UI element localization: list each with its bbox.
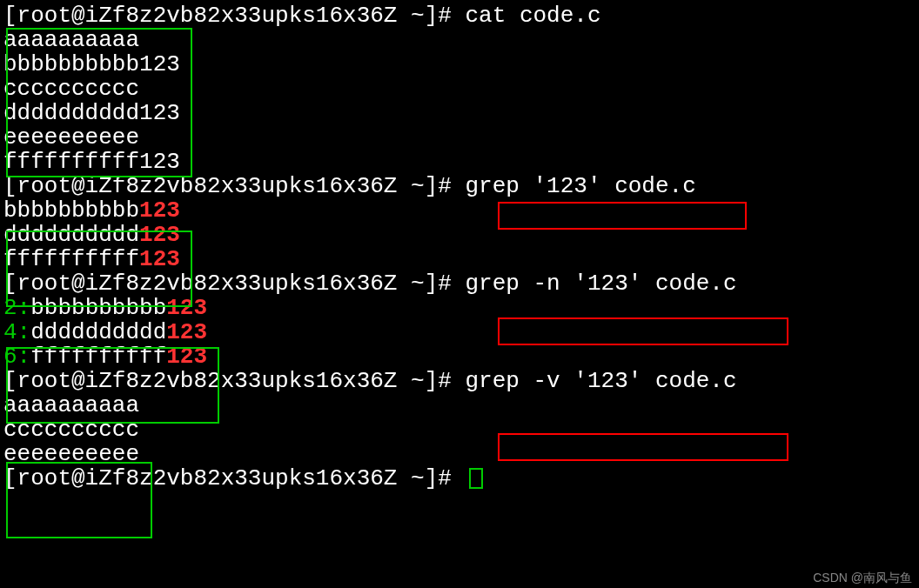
grep2-output-line-1: 2:bbbbbbbbbb123: [3, 296, 916, 320]
prompt-text: [root@iZf8z2vb82x33upks16x36Z ~]#: [3, 368, 466, 394]
cat-output-line-6: ffffffffff123: [3, 150, 916, 174]
grep-match: 123: [139, 222, 180, 248]
grep-text: dddddddddd: [30, 319, 166, 345]
grep2-output-line-2: 4:dddddddddd123: [3, 320, 916, 344]
terminal-line-prompt-4: [root@iZf8z2vb82x33upks16x36Z ~]# grep -…: [3, 369, 916, 393]
grep1-output-line-1: bbbbbbbbbb123: [3, 198, 916, 223]
line-number: 6: [3, 344, 17, 370]
grep-match: 123: [166, 319, 207, 345]
prompt-text: [root@iZf8z2vb82x33upks16x36Z ~]#: [3, 465, 466, 491]
grep-text: ffffffffff: [3, 246, 139, 272]
line-number: 4: [3, 319, 17, 345]
grep3-output-line-3: eeeeeeeeee: [3, 442, 916, 466]
terminal-line-prompt-5[interactable]: [root@iZf8z2vb82x33upks16x36Z ~]#: [3, 466, 916, 491]
grep-match: 123: [139, 246, 180, 272]
terminal-line-prompt-1: [root@iZf8z2vb82x33upks16x36Z ~]# cat co…: [3, 3, 916, 28]
terminal-line-prompt-2: [root@iZf8z2vb82x33upks16x36Z ~]# grep '…: [3, 174, 916, 198]
prompt-text: [root@iZf8z2vb82x33upks16x36Z ~]#: [3, 173, 466, 199]
terminal-line-prompt-3: [root@iZf8z2vb82x33upks16x36Z ~]# grep -…: [3, 271, 916, 296]
prompt-text: [root@iZf8z2vb82x33upks16x36Z ~]#: [3, 271, 466, 297]
cursor-icon: [469, 468, 483, 489]
grep-text: ffffffffff: [30, 344, 166, 370]
colon: :: [17, 344, 31, 370]
grep1-output-line-2: dddddddddd123: [3, 223, 916, 247]
command-grep-1: grep '123' code.c: [466, 173, 696, 199]
cat-output-line-4: dddddddddd123: [3, 101, 916, 125]
command-cat: cat code.c: [466, 3, 601, 29]
cat-output-line-1: aaaaaaaaaa: [3, 28, 916, 52]
grep3-output-line-2: cccccccccc: [3, 418, 916, 442]
grep3-output-line-1: aaaaaaaaaa: [3, 393, 916, 418]
grep1-output-line-3: ffffffffff123: [3, 247, 916, 271]
grep-text: bbbbbbbbbb: [30, 295, 166, 321]
colon: :: [17, 295, 31, 321]
grep-match: 123: [166, 344, 207, 370]
colon: :: [17, 319, 31, 345]
grep-text: dddddddddd: [3, 222, 139, 248]
cat-output-line-3: cccccccccc: [3, 77, 916, 101]
grep-match: 123: [166, 295, 207, 321]
grep2-output-line-3: 6:ffffffffff123: [3, 344, 916, 369]
command-grep-n: grep -n '123' code.c: [466, 271, 737, 297]
grep-text: bbbbbbbbbb: [3, 197, 139, 224]
watermark-text: CSDN @南风与鱼: [813, 571, 912, 585]
cat-output-line-5: eeeeeeeeee: [3, 125, 916, 150]
cat-output-line-2: bbbbbbbbbb123: [3, 52, 916, 77]
prompt-text: [root@iZf8z2vb82x33upks16x36Z ~]#: [3, 3, 466, 29]
grep-match: 123: [139, 197, 180, 224]
line-number: 2: [3, 295, 17, 321]
command-grep-v: grep -v '123' code.c: [466, 368, 737, 394]
